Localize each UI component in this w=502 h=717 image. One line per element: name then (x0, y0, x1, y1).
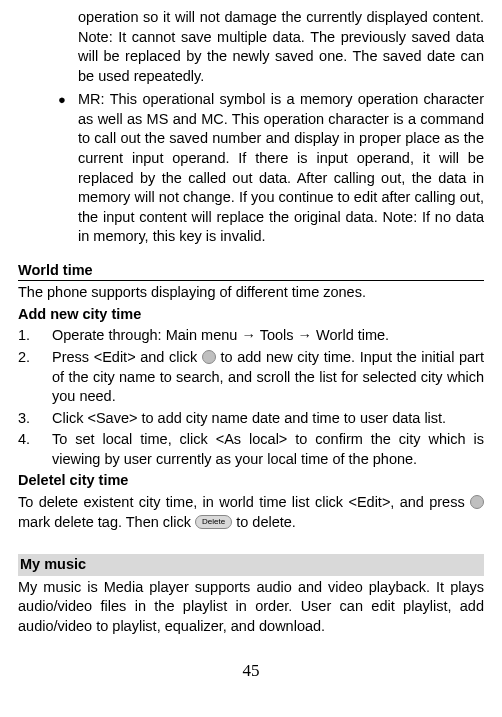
list-item: 3. Click <Save> to add city name date an… (18, 409, 484, 429)
bullet-item-mr: ● MR: This operational symbol is a memor… (18, 90, 484, 247)
world-time-intro: The phone supports displaying of differe… (18, 283, 484, 303)
section-heading-world-time: World time (18, 261, 484, 282)
step-number: 1. (18, 326, 52, 346)
page-number: 45 (18, 660, 484, 683)
step-3-text: Click <Save> to add city name date and t… (52, 409, 484, 429)
my-music-paragraph: My music is Media player supports audio … (18, 578, 484, 637)
step-1-text: Operate through: Main menu → Tools → Wor… (52, 326, 484, 346)
bullet-dot-icon: ● (18, 90, 78, 111)
delete-button-icon: Delete (195, 515, 232, 529)
step-4-text: To set local time, click <As local> to c… (52, 430, 484, 469)
delete-city-paragraph: To delete existent city time, in world t… (18, 493, 484, 532)
add-city-icon (202, 350, 216, 364)
bullet-mr-text: MR: This operational symbol is a memory … (78, 90, 484, 247)
add-new-city-title: Add new city time (18, 305, 484, 325)
delete-mark-icon (470, 495, 484, 509)
continuation-paragraph: operation so it will not damage the curr… (78, 8, 484, 86)
delete-city-title: Deletel city time (18, 471, 484, 491)
my-music-heading-text: My music (20, 556, 86, 572)
list-item: 2. Press <Edit> and click to add new cit… (18, 348, 484, 407)
delete-text-a: To delete existent city time, in world t… (18, 494, 470, 510)
step-number: 4. (18, 430, 52, 469)
continuation-text: operation so it will not damage the curr… (78, 9, 484, 84)
add-city-steps: 1. Operate through: Main menu → Tools → … (18, 326, 484, 469)
step-2-text-a: Press <Edit> and click (52, 349, 202, 365)
delete-text-c: to delete. (232, 514, 296, 530)
delete-text-b: mark delete tag. Then click (18, 514, 195, 530)
list-item: 4. To set local time, click <As local> t… (18, 430, 484, 469)
world-time-heading-text: World time (18, 262, 93, 278)
step-number: 3. (18, 409, 52, 429)
step-number: 2. (18, 348, 52, 407)
list-item: 1. Operate through: Main menu → Tools → … (18, 326, 484, 346)
step-2-text: Press <Edit> and click to add new city t… (52, 348, 484, 407)
section-heading-my-music: My music (18, 554, 484, 576)
